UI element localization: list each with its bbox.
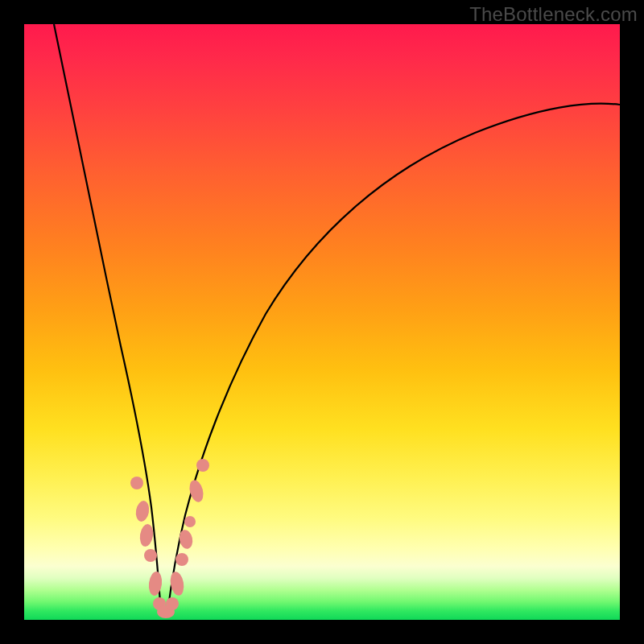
curves-svg: [24, 24, 620, 620]
chart-frame: TheBottleneck.com: [0, 0, 644, 644]
plot-area: [24, 24, 620, 620]
marker-dot: [134, 500, 151, 522]
marker-dot: [184, 516, 196, 527]
marker-dot: [130, 477, 143, 489]
marker-dot: [169, 571, 186, 597]
marker-dot: [166, 597, 179, 610]
curve-right-branch: [167, 104, 620, 613]
marker-dot: [175, 553, 188, 566]
marker-dot: [144, 549, 157, 562]
marker-dot: [138, 523, 155, 547]
curve-left-branch: [54, 24, 161, 613]
marker-dot: [147, 571, 163, 597]
marker-dot: [196, 459, 209, 472]
watermark-text: TheBottleneck.com: [469, 3, 638, 26]
marker-dot: [178, 529, 195, 551]
